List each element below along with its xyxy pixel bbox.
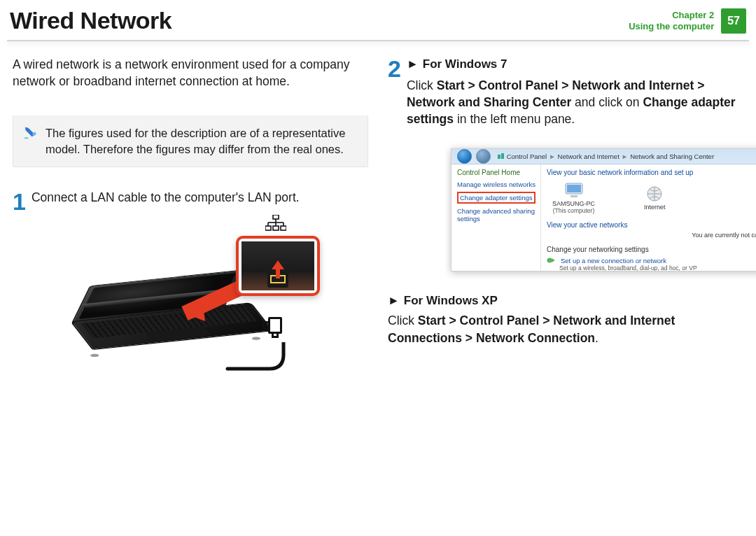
insert-arrow-icon	[272, 260, 284, 269]
not-connected-text: You are currently not connected	[547, 232, 756, 239]
svg-point-17	[547, 258, 552, 263]
internet-node: Internet	[644, 185, 666, 211]
breadcrumb: Control Panel►Network and Internet►Netwo…	[498, 153, 714, 160]
crumb-3: Network and Sharing Center	[630, 153, 714, 160]
lan-cable-icon	[222, 342, 320, 384]
pc-sublabel: (This computer)	[552, 207, 595, 214]
page-number-badge: 57	[721, 8, 746, 34]
svg-rect-0	[24, 138, 29, 139]
active-networks-heading: View your active networks	[547, 221, 756, 229]
text-fragment: and click on	[571, 95, 643, 109]
sidebar-heading: Control Panel Home	[457, 169, 536, 176]
crumb-2: Network and Internet	[558, 153, 620, 160]
arrowhead-icon: ►	[388, 294, 400, 308]
text-fragment: .	[595, 331, 598, 345]
pc-label: SAMSUNG-PC	[552, 200, 595, 207]
svg-rect-7	[265, 226, 271, 230]
windows-xp-block: ►For Windows XP Click Start > Control Pa…	[388, 294, 743, 346]
svg-rect-15	[570, 195, 578, 197]
chapter-subtitle: Using the computer	[629, 21, 714, 31]
windows-xp-instructions: Click Start > Control Panel > Network an…	[388, 312, 743, 346]
step-2: 2 ►For Windows 7 Click Start > Control P…	[388, 57, 743, 127]
pc-node: SAMSUNG-PC (This computer)	[552, 182, 595, 214]
setup-connection-link: Set up a new connection or network	[561, 257, 666, 265]
svg-rect-14	[567, 185, 581, 192]
window-titlebar: Control Panel►Network and Internet►Netwo…	[451, 149, 756, 164]
internet-label: Internet	[644, 204, 666, 211]
windows7-instructions: Click Start > Control Panel > Network an…	[407, 77, 743, 127]
step-1-number: 1	[13, 190, 26, 213]
lan-port-illustration	[61, 225, 320, 386]
text-fragment: Click	[388, 313, 418, 327]
arrowhead-icon: ►	[407, 57, 419, 73]
page-title: Wired Network	[10, 7, 172, 34]
sidebar-link-wireless: Manage wireless networks	[457, 181, 536, 188]
note-icon	[23, 125, 38, 141]
header-meta: Chapter 2 Using the computer 57	[629, 8, 746, 34]
note-text: The figures used for the description are…	[46, 125, 356, 157]
connection-icon	[547, 256, 556, 265]
step-1: 1 Connect a LAN cable to the computer's …	[13, 190, 368, 213]
lan-port-callout	[236, 236, 320, 296]
back-button-icon	[457, 149, 472, 164]
crumb-1: Control Panel	[507, 153, 547, 160]
svg-rect-1	[273, 215, 279, 219]
svg-rect-9	[281, 226, 286, 230]
setup-connection-sub: Set up a wireless, broadband, dial-up, a…	[559, 265, 756, 271]
step-2-number: 2	[388, 57, 401, 127]
intro-paragraph: A wired network is a network environment…	[13, 57, 368, 90]
network-icon	[265, 215, 286, 232]
rj45-plug-icon	[265, 317, 285, 342]
sidebar-link-sharing: Change advanced sharing settings	[457, 207, 536, 223]
windows-screenshot: Control Panel►Network and Internet►Netwo…	[451, 148, 756, 271]
change-settings-heading: Change your networking settings	[547, 246, 756, 253]
step-1-text: Connect a LAN cable to the computer's LA…	[31, 190, 300, 213]
note-box: The figures used for the description are…	[13, 115, 368, 167]
computer-icon	[564, 182, 584, 199]
sidebar: Control Panel Home Manage wireless netwo…	[451, 164, 541, 271]
main-panel: View your basic network information and …	[541, 164, 756, 271]
text-fragment: Click	[407, 78, 437, 92]
main-heading: View your basic network information and …	[547, 169, 756, 176]
forward-button-icon	[476, 149, 491, 164]
windows7-heading-text: For Windows 7	[423, 57, 507, 71]
svg-rect-12	[501, 153, 504, 159]
chapter-label: Chapter 2	[629, 10, 714, 21]
svg-rect-11	[498, 155, 500, 159]
globe-icon	[646, 185, 663, 202]
windows-xp-heading: For Windows XP	[404, 294, 498, 307]
sidebar-link-adapter-highlighted: Change adapter settings	[457, 192, 536, 204]
svg-rect-8	[273, 226, 279, 230]
xp-path-bold: Start > Control Panel > Network and Inte…	[388, 313, 675, 344]
text-fragment: in the left menu pane.	[454, 112, 575, 126]
setup-connection-row: Set up a new connection or network	[547, 256, 756, 265]
windows7-heading: ►For Windows 7	[407, 57, 743, 73]
